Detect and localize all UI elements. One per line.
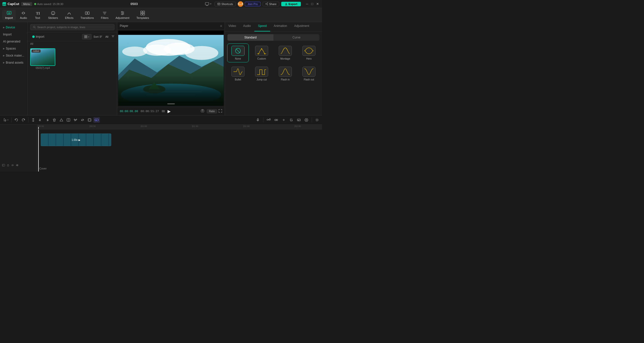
bullet-label: Bullet <box>235 78 241 81</box>
share-icon <box>265 3 268 5</box>
playhead-line <box>38 130 39 172</box>
curve-mode-button[interactable]: Curve <box>273 34 319 41</box>
tab-adjustment[interactable]: Adjustment <box>291 22 313 31</box>
search-box[interactable] <box>30 24 114 30</box>
sidebar-item-import[interactable]: Import <box>0 31 27 38</box>
toolbar-filters[interactable]: Filters <box>98 10 111 20</box>
video-overlay <box>118 76 224 106</box>
screenshot-button[interactable] <box>200 109 205 114</box>
split-button[interactable] <box>30 117 36 123</box>
toolbar-transitions[interactable]: Transitions <box>77 10 97 20</box>
montage-icon <box>279 46 292 56</box>
import-button[interactable]: Import <box>30 34 46 39</box>
join-pro-button[interactable]: Join Pro <box>245 2 260 6</box>
minimize-button[interactable]: ─ <box>305 2 309 6</box>
speed-flashout[interactable]: Flash out <box>298 65 319 83</box>
close-button[interactable]: ✕ <box>315 2 320 6</box>
grid-icon <box>84 35 87 38</box>
svg-rect-45 <box>85 37 86 38</box>
track-lock-button[interactable] <box>7 164 10 167</box>
fullscreen-button[interactable] <box>219 109 222 113</box>
ratio-button[interactable]: Ratio <box>207 109 217 113</box>
standard-mode-button[interactable]: Standard <box>227 34 273 41</box>
trim-left-button[interactable] <box>37 117 44 123</box>
media-item[interactable]: Added 0503(7).mp4 <box>30 48 55 69</box>
undo-button[interactable] <box>13 117 20 123</box>
monitor-dropdown[interactable]: ▾ <box>210 2 212 6</box>
export-button[interactable]: Export <box>281 2 301 6</box>
video-track-label <box>0 124 37 172</box>
share-button[interactable]: Share <box>263 2 279 6</box>
svg-point-58 <box>122 47 147 57</box>
preview-icon <box>2 164 5 167</box>
speed-flashin[interactable]: Flash in <box>275 65 296 83</box>
sidebar-item-ai[interactable]: AI generated <box>0 38 27 45</box>
delete-button[interactable] <box>51 117 58 123</box>
svg-line-77 <box>259 51 260 54</box>
caption-button[interactable] <box>296 117 302 123</box>
add-track-button[interactable] <box>303 117 310 123</box>
tab-speed[interactable]: Speed <box>254 22 270 31</box>
sidebar-item-brand[interactable]: ▶ Brand assets <box>0 59 27 66</box>
select-tool-button[interactable]: ▾ <box>2 117 10 123</box>
waveform-button[interactable] <box>72 117 79 123</box>
crop-button[interactable] <box>86 117 93 123</box>
play-button[interactable]: ▶ <box>168 109 171 114</box>
media-thumbnail[interactable]: Added <box>30 48 55 66</box>
transform-button[interactable] <box>79 117 86 123</box>
flashin-label: Flash in <box>281 78 290 81</box>
grid-view-button[interactable]: ▾ <box>82 34 92 39</box>
link1-button[interactable] <box>265 117 272 123</box>
speed-none[interactable]: None <box>227 44 249 62</box>
sidebar-item-device[interactable]: ▶ Device <box>0 24 27 31</box>
sidebar-item-stock[interactable]: ▶ Stock mater... <box>0 52 27 59</box>
speed-montage[interactable]: Montage <box>275 44 296 62</box>
left-sidebar: ▶ Device Import AI generated ▶ Spaces ▶ … <box>0 22 28 115</box>
shortcuts-button[interactable]: Shortcuts <box>215 2 236 6</box>
link2-button[interactable] <box>273 117 279 123</box>
speed-hero[interactable]: Hero <box>298 44 319 62</box>
player-menu-button[interactable]: ≡ <box>220 24 222 28</box>
toolbar-text[interactable]: TI Text <box>31 10 44 20</box>
menu-button[interactable]: Menu <box>21 2 32 6</box>
track-audio-button[interactable] <box>16 164 19 167</box>
tab-video[interactable]: Video <box>225 22 239 31</box>
speed-jumpcut[interactable]: Jump cut <box>251 65 272 83</box>
chapters-icon[interactable] <box>162 110 165 112</box>
timeline-clip[interactable]: 1.00x ▶ <box>41 134 111 146</box>
maximize-button[interactable]: □ <box>310 2 314 6</box>
svg-point-41 <box>33 26 35 28</box>
link3-button[interactable] <box>280 117 287 123</box>
sort-button[interactable]: Sort <box>94 35 102 38</box>
svg-rect-122 <box>7 165 9 166</box>
search-input[interactable] <box>37 26 112 29</box>
speed-bullet[interactable]: Bullet <box>227 65 249 83</box>
mic-button[interactable] <box>255 117 261 123</box>
sidebar-item-spaces[interactable]: ▶ Spaces <box>0 45 27 52</box>
speed-custom[interactable]: Custom <box>251 44 272 62</box>
color-grade-button[interactable] <box>65 117 72 123</box>
filter-icon-button[interactable] <box>111 35 114 38</box>
link4-button[interactable] <box>288 117 295 123</box>
track-preview-button[interactable] <box>2 164 5 167</box>
timeline-ruler[interactable]: 00:00 |00:30 |01:00 |01:30 |02:00 |02:30 <box>37 124 322 130</box>
trim-right-button[interactable] <box>44 117 51 123</box>
media-panel: Import ▾ Sort <box>28 22 117 115</box>
toolbar-adjustment[interactable]: Adjustment <box>112 10 132 20</box>
toolbar-audio[interactable]: Audio <box>17 10 30 20</box>
tab-audio[interactable]: Audio <box>239 22 254 31</box>
filters-icon <box>102 11 107 16</box>
toolbar-effects[interactable]: Effects <box>62 10 76 20</box>
track-eye-button[interactable] <box>11 164 14 167</box>
toolbar-import[interactable]: Import <box>2 10 16 20</box>
ai-motion-button[interactable]: AI <box>93 117 100 123</box>
svg-line-42 <box>35 28 35 28</box>
redo-button[interactable] <box>20 117 27 123</box>
timeline-settings-button[interactable] <box>314 117 320 122</box>
player-expand-handle[interactable] <box>167 103 175 104</box>
toolbar-templates[interactable]: Templates <box>133 10 152 20</box>
tab-animation[interactable]: Animation <box>270 22 291 31</box>
toolbar-stickers[interactable]: Stickers <box>45 10 61 20</box>
shape-button[interactable] <box>58 117 65 123</box>
all-filter-button[interactable]: All <box>104 35 109 39</box>
